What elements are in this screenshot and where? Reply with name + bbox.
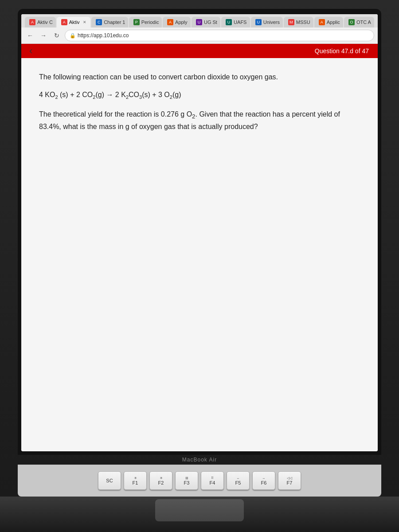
macbook-bottom: [0, 497, 399, 532]
tab-favicon-univers: U: [255, 19, 262, 25]
tab-favicon-aktiv1: A: [29, 19, 35, 25]
function-key-row: SC ☀ F1 ☀ F2 ⊞ F3 ⠿ F4 ⠤ F5: [22, 471, 377, 490]
tab-favicon-ugst: U: [196, 19, 202, 25]
tab-ugst[interactable]: U UG St: [192, 17, 220, 27]
trackpad[interactable]: [155, 499, 244, 521]
tab-favicon-apply: A: [167, 19, 173, 25]
tab-favicon-chapter1: C: [96, 19, 102, 25]
tab-applic[interactable]: A Applic: [314, 17, 343, 27]
tab-label-uafs: UAFS: [234, 20, 246, 25]
tab-favicon-periodic: P: [133, 19, 140, 25]
tab-label-aktiv1: Aktiv C: [37, 20, 53, 25]
screen-content: A Aktiv C A Aktiv ✕ C Chapter 1 P Peri: [21, 14, 378, 451]
question-body: The theoretical yield for the reaction i…: [39, 109, 360, 133]
question-header-wrapper: ‹ Question 47.d of 47: [21, 44, 378, 58]
tab-favicon-uafs: U: [226, 19, 232, 25]
macbook-label: MacBook Air: [182, 455, 217, 465]
key-f6[interactable]: ⠤ F6: [252, 471, 275, 490]
tab-uafs[interactable]: U UAFS: [221, 17, 250, 27]
tab-label-applic: Applic: [327, 20, 340, 25]
tab-otc[interactable]: O OTC A: [344, 17, 374, 27]
tab-label-aktiv2: Aktiv: [69, 20, 80, 25]
macbook-frame: A Aktiv C A Aktiv ✕ C Chapter 1 P Peri: [0, 0, 399, 532]
tab-aktiv2[interactable]: A Aktiv ✕: [57, 17, 90, 27]
tab-periodic[interactable]: P Periodic: [129, 17, 162, 27]
lock-icon: 🔒: [70, 33, 76, 39]
browser-chrome: A Aktiv C A Aktiv ✕ C Chapter 1 P Peri: [21, 14, 378, 44]
tab-mssu[interactable]: M MSSU: [284, 17, 313, 27]
reload-button[interactable]: ↻: [51, 30, 62, 41]
key-f5[interactable]: ⠤ F5: [227, 471, 250, 490]
key-f4[interactable]: ⠿ F4: [201, 471, 224, 490]
toolbar: ← → ↻ 🔒 https://app.101edu.co: [21, 27, 378, 43]
tab-aktiv1[interactable]: A Aktiv C: [25, 17, 56, 27]
question-label: Question 47.d of 47: [315, 47, 369, 55]
tab-univers[interactable]: U Univers: [251, 17, 283, 27]
back-chevron[interactable]: ‹: [29, 45, 32, 57]
url-text: https://app.101edu.co: [78, 32, 129, 39]
tab-label-periodic: Periodic: [141, 20, 159, 25]
key-f3[interactable]: ⊞ F3: [175, 471, 198, 490]
key-f2[interactable]: ☀ F2: [149, 471, 172, 490]
key-f7[interactable]: ◁◁ F7: [278, 471, 301, 490]
tab-bar: A Aktiv C A Aktiv ✕ C Chapter 1 P Peri: [21, 14, 378, 27]
key-sc[interactable]: SC: [98, 471, 121, 490]
tab-chapter1[interactable]: C Chapter 1: [91, 17, 128, 27]
tab-close-aktiv2[interactable]: ✕: [82, 19, 88, 25]
tab-label-mssu: MSSU: [296, 20, 310, 25]
tab-favicon-aktiv2: A: [61, 19, 67, 25]
main-content: The following reaction can be used to co…: [21, 58, 378, 451]
tab-apply[interactable]: A Apply: [163, 17, 191, 27]
tab-label-ugst: UG St: [204, 20, 217, 25]
tab-label-apply: Apply: [175, 20, 188, 25]
question-header: Question 47.d of 47: [21, 44, 378, 58]
screen-bezel: A Aktiv C A Aktiv ✕ C Chapter 1 P Peri: [18, 9, 381, 455]
keyboard: SC ☀ F1 ☀ F2 ⊞ F3 ⠿ F4 ⠤ F5: [18, 465, 381, 497]
forward-button[interactable]: →: [38, 30, 49, 41]
address-bar[interactable]: 🔒 https://app.101edu.co: [65, 30, 374, 41]
tab-favicon-mssu: M: [288, 19, 294, 25]
tab-favicon-applic: A: [319, 19, 325, 25]
tab-favicon-otc: O: [348, 19, 355, 25]
back-button[interactable]: ←: [25, 30, 35, 41]
tab-label-univers: Univers: [263, 20, 280, 25]
tab-label-otc: OTC A: [356, 20, 371, 25]
tab-label-chapter1: Chapter 1: [104, 20, 125, 25]
key-f1[interactable]: ☀ F1: [124, 471, 147, 490]
question-intro: The following reaction can be used to co…: [39, 71, 360, 83]
chemical-equation: 4 KO2 (s) + 2 CO2(g) → 2 K2CO3(s) + 3 O2…: [39, 91, 360, 100]
